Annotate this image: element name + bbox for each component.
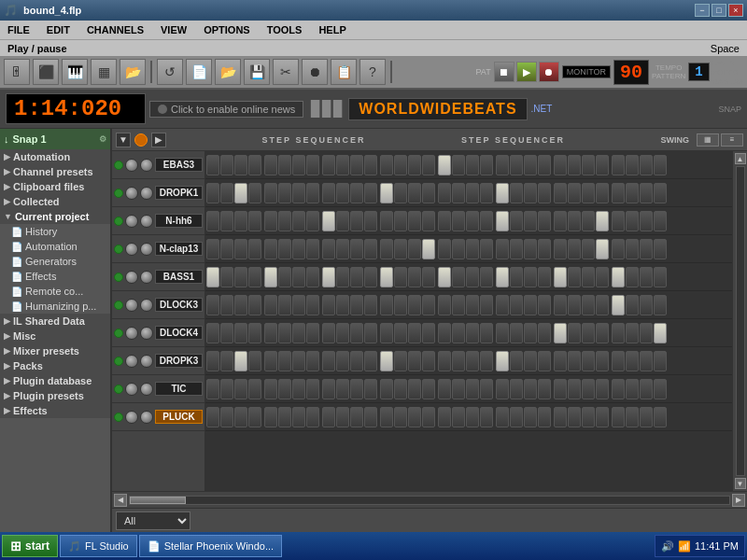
step-btn-8-23[interactable]: [538, 379, 551, 399]
step-btn-2-22[interactable]: [524, 211, 537, 231]
step-btn-3-1[interactable]: [220, 239, 233, 259]
stop-btn[interactable]: ⏹: [494, 62, 514, 82]
step-btn-9-12[interactable]: [380, 407, 393, 427]
step-btn-5-27[interactable]: [596, 295, 609, 315]
track-knob[interactable]: [125, 159, 138, 172]
step-btn-2-26[interactable]: [582, 211, 595, 231]
step-btn-0-12[interactable]: [380, 155, 393, 175]
step-btn-7-22[interactable]: [524, 351, 537, 371]
step-btn-2-20[interactable]: [496, 211, 509, 231]
step-btn-5-6[interactable]: [292, 295, 305, 315]
tool-copy[interactable]: 📋: [331, 59, 357, 85]
step-btn-3-6[interactable]: [292, 239, 305, 259]
step-btn-4-1[interactable]: [220, 267, 233, 287]
step-btn-7-18[interactable]: [466, 351, 479, 371]
sidebar-item-remote[interactable]: 📄 Remote co...: [0, 284, 110, 299]
step-btn-8-20[interactable]: [496, 379, 509, 399]
step-btn-3-5[interactable]: [278, 239, 291, 259]
step-btn-4-4[interactable]: [264, 267, 277, 287]
step-btn-2-1[interactable]: [220, 211, 233, 231]
step-btn-6-26[interactable]: [582, 323, 595, 343]
browser-header[interactable]: ↓ Snap 1 ⚙: [0, 129, 110, 149]
step-btn-3-15[interactable]: [422, 239, 435, 259]
step-btn-1-11[interactable]: [364, 183, 377, 203]
sidebar-item-automation-sub[interactable]: 📄 Automation: [0, 239, 110, 254]
tool-help[interactable]: ?: [359, 59, 386, 85]
step-btn-6-6[interactable]: [292, 323, 305, 343]
track-led[interactable]: [114, 245, 123, 254]
step-btn-2-15[interactable]: [422, 211, 435, 231]
step-btn-2-3[interactable]: [248, 211, 261, 231]
step-btn-2-10[interactable]: [350, 211, 363, 231]
tool-undo[interactable]: ↺: [157, 59, 183, 85]
step-btn-9-5[interactable]: [278, 407, 291, 427]
step-btn-9-31[interactable]: [654, 407, 667, 427]
step-btn-7-2[interactable]: [234, 351, 247, 371]
tool-new[interactable]: 📄: [186, 59, 212, 85]
step-btn-9-24[interactable]: [554, 407, 567, 427]
step-btn-1-1[interactable]: [220, 183, 233, 203]
step-btn-1-5[interactable]: [278, 183, 291, 203]
step-btn-9-21[interactable]: [510, 407, 523, 427]
step-btn-0-1[interactable]: [220, 155, 233, 175]
step-btn-6-2[interactable]: [234, 323, 247, 343]
track-knob2[interactable]: [140, 243, 153, 256]
step-btn-6-20[interactable]: [496, 323, 509, 343]
step-btn-2-25[interactable]: [568, 211, 581, 231]
step-btn-3-10[interactable]: [350, 239, 363, 259]
step-btn-1-13[interactable]: [394, 183, 407, 203]
seq-active-dot[interactable]: [134, 133, 148, 147]
step-btn-9-10[interactable]: [350, 407, 363, 427]
step-btn-9-30[interactable]: [640, 407, 653, 427]
step-btn-3-25[interactable]: [568, 239, 581, 259]
step-btn-8-22[interactable]: [524, 379, 537, 399]
track-name-dlock4[interactable]: DLOCK4: [155, 326, 203, 340]
step-btn-4-27[interactable]: [596, 267, 609, 287]
track-knob[interactable]: [125, 187, 138, 200]
step-btn-8-6[interactable]: [292, 379, 305, 399]
tool-piano[interactable]: 🎹: [62, 59, 88, 85]
step-btn-5-20[interactable]: [496, 295, 509, 315]
step-btn-9-23[interactable]: [538, 407, 551, 427]
record-btn[interactable]: ⏺: [539, 62, 559, 82]
step-btn-6-13[interactable]: [394, 323, 407, 343]
step-btn-6-14[interactable]: [408, 323, 421, 343]
step-btn-1-8[interactable]: [322, 183, 335, 203]
step-btn-0-26[interactable]: [582, 155, 595, 175]
track-knob2[interactable]: [140, 159, 153, 172]
step-btn-9-19[interactable]: [480, 407, 493, 427]
step-btn-0-27[interactable]: [596, 155, 609, 175]
step-btn-6-11[interactable]: [364, 323, 377, 343]
step-btn-3-11[interactable]: [364, 239, 377, 259]
step-btn-6-19[interactable]: [480, 323, 493, 343]
step-btn-3-9[interactable]: [336, 239, 349, 259]
step-btn-9-4[interactable]: [264, 407, 277, 427]
step-btn-0-23[interactable]: [538, 155, 551, 175]
step-btn-3-16[interactable]: [438, 239, 451, 259]
step-btn-4-20[interactable]: [496, 267, 509, 287]
step-btn-2-29[interactable]: [626, 211, 639, 231]
step-btn-9-25[interactable]: [568, 407, 581, 427]
taskbar-fl-studio[interactable]: 🎵 FL Studio: [60, 535, 137, 557]
step-btn-4-8[interactable]: [322, 267, 335, 287]
step-btn-1-17[interactable]: [452, 183, 465, 203]
step-btn-9-14[interactable]: [408, 407, 421, 427]
step-btn-9-16[interactable]: [438, 407, 451, 427]
step-btn-2-28[interactable]: [612, 211, 625, 231]
step-btn-8-15[interactable]: [422, 379, 435, 399]
step-btn-2-18[interactable]: [466, 211, 479, 231]
step-btn-4-11[interactable]: [364, 267, 377, 287]
step-btn-1-21[interactable]: [510, 183, 523, 203]
track-led[interactable]: [114, 385, 123, 394]
step-btn-7-20[interactable]: [496, 351, 509, 371]
scroll-down-btn[interactable]: ▼: [735, 478, 746, 489]
step-btn-5-19[interactable]: [480, 295, 493, 315]
step-btn-4-22[interactable]: [524, 267, 537, 287]
step-btn-0-6[interactable]: [292, 155, 305, 175]
tool-playlist[interactable]: ▦: [91, 59, 117, 85]
menu-channels[interactable]: CHANNELS: [83, 23, 148, 36]
step-btn-0-18[interactable]: [466, 155, 479, 175]
step-btn-2-14[interactable]: [408, 211, 421, 231]
step-btn-8-26[interactable]: [582, 379, 595, 399]
step-btn-7-6[interactable]: [292, 351, 305, 371]
